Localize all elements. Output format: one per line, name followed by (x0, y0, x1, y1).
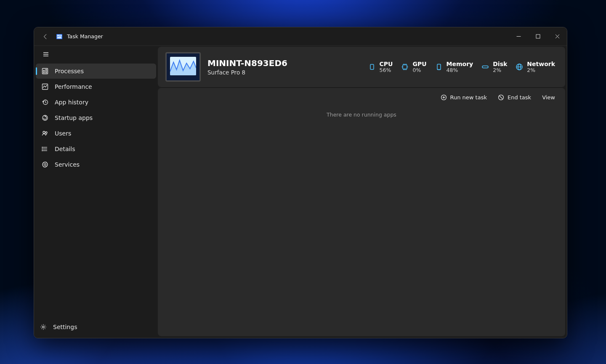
cpu-icon (368, 63, 376, 71)
network-icon (516, 63, 523, 71)
svg-rect-25 (370, 64, 374, 69)
stat-label: GPU (412, 61, 426, 67)
svg-point-20 (42, 147, 43, 147)
sidebar-item-startup-apps[interactable]: Startup apps (36, 110, 156, 125)
run-new-task-button[interactable]: Run new task (439, 93, 489, 102)
minimize-button[interactable] (509, 27, 528, 45)
sidebar-item-app-history[interactable]: App history (36, 95, 156, 110)
svg-rect-38 (482, 66, 488, 68)
svg-rect-10 (43, 70, 45, 73)
stat-value: 2% (527, 67, 555, 73)
svg-point-15 (43, 131, 45, 133)
stats-row: CPU 56% GPU 0% (368, 61, 558, 73)
empty-state-text: There are no running apps (327, 112, 396, 118)
sidebar-item-label: App history (55, 99, 88, 106)
app-icon (56, 33, 63, 40)
sidebar-item-label: Startup apps (55, 114, 93, 121)
sidebar-item-details[interactable]: Details (36, 141, 156, 157)
disk-icon (481, 63, 489, 71)
device-model: Surface Pro 8 (207, 69, 287, 76)
sidebar-item-processes[interactable]: Processes (36, 64, 156, 79)
details-icon (42, 146, 48, 152)
svg-rect-3 (536, 35, 540, 38)
stat-value: 56% (380, 67, 393, 73)
sidebar-item-performance[interactable]: Performance (36, 79, 156, 94)
sidebar-item-label: Performance (55, 83, 92, 90)
svg-point-16 (45, 132, 47, 133)
header-card: MININT-N893ED6 Surface Pro 8 CPU 56% (158, 47, 565, 87)
stat-cpu[interactable]: CPU 56% (368, 61, 393, 73)
button-label: View (542, 94, 555, 101)
host-name: MININT-N893ED6 (207, 58, 287, 68)
sidebar-item-label: Processes (55, 68, 84, 74)
sidebar-item-label: Users (55, 130, 71, 137)
sidebar: Processes Performance App history (34, 46, 158, 338)
stat-label: Memory (447, 61, 473, 67)
stat-value: 0% (412, 67, 426, 73)
sidebar-item-users[interactable]: Users (36, 126, 156, 141)
stop-circle-icon (498, 94, 504, 101)
stat-label: Disk (493, 61, 507, 67)
stat-gpu[interactable]: GPU 0% (401, 61, 426, 73)
memory-icon (435, 63, 443, 71)
svg-point-22 (42, 150, 43, 151)
processes-icon (42, 68, 48, 74)
sidebar-item-label: Services (55, 161, 80, 168)
stat-label: Network (527, 61, 555, 67)
svg-rect-11 (46, 69, 47, 73)
gpu-icon (401, 63, 409, 71)
end-task-button[interactable]: End task (496, 93, 533, 102)
process-list: There are no running apps (158, 106, 565, 336)
plus-circle-icon (441, 94, 447, 101)
users-icon (42, 130, 48, 137)
performance-icon (42, 83, 48, 90)
services-icon (42, 161, 48, 168)
sidebar-item-services[interactable]: Services (36, 157, 156, 172)
stat-value: 2% (493, 67, 507, 73)
hamburger-button[interactable] (37, 47, 54, 62)
window-title: Task Manager (67, 33, 103, 40)
maximize-button[interactable] (528, 27, 548, 45)
view-button[interactable]: View (540, 93, 557, 102)
app-history-icon (42, 99, 48, 106)
titlebar[interactable]: Task Manager (34, 27, 567, 46)
stat-value: 48% (447, 67, 473, 73)
task-manager-window: Task Manager Processes (34, 27, 567, 338)
stat-memory[interactable]: Memory 48% (435, 61, 473, 73)
close-button[interactable] (548, 27, 567, 45)
button-label: End task (508, 94, 531, 101)
svg-rect-26 (403, 65, 407, 69)
performance-thumbnail-icon (165, 52, 201, 82)
svg-line-46 (500, 96, 502, 98)
svg-point-23 (44, 164, 46, 166)
svg-point-24 (43, 326, 44, 328)
sidebar-item-label: Settings (53, 324, 77, 330)
svg-point-21 (42, 149, 43, 149)
back-button[interactable] (40, 31, 51, 42)
svg-rect-35 (437, 64, 441, 70)
settings-icon (40, 324, 47, 330)
startup-apps-icon (42, 114, 48, 121)
stat-network[interactable]: Network 2% (516, 61, 555, 73)
sidebar-item-settings[interactable]: Settings (34, 319, 158, 335)
stat-disk[interactable]: Disk 2% (481, 61, 507, 73)
toolbar: Run new task End task View (158, 88, 565, 106)
button-label: Run new task (450, 94, 487, 101)
sidebar-item-label: Details (55, 146, 75, 152)
stat-label: CPU (380, 61, 393, 67)
